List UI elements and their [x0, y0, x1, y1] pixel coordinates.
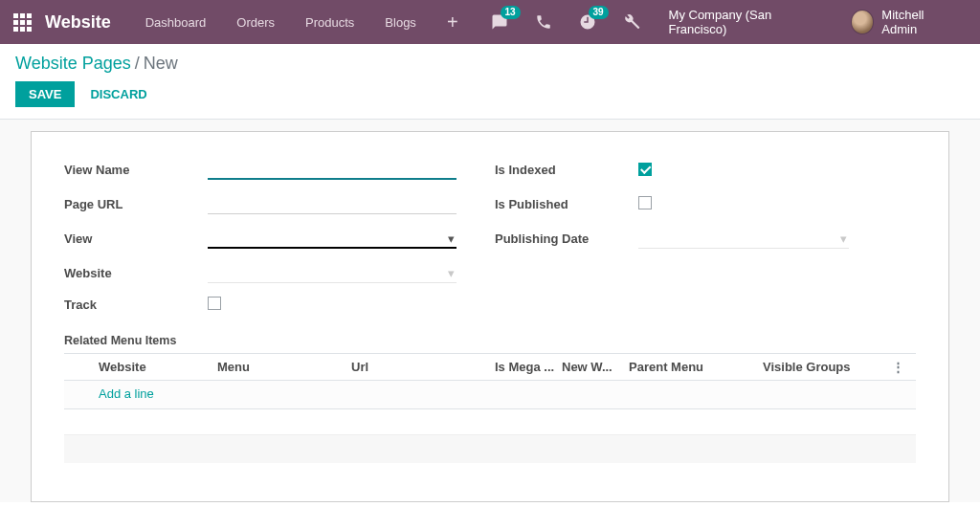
- col-mega[interactable]: Is Mega ...: [495, 360, 562, 374]
- nav-menu: Dashboard Orders Products Blogs +: [132, 0, 472, 44]
- label-track: Track: [64, 298, 208, 312]
- view-name-field[interactable]: [208, 159, 457, 180]
- nav-new-item[interactable]: +: [434, 0, 472, 44]
- form-grid: View Name Is Indexed Page URL Is Publish…: [64, 159, 916, 313]
- is-indexed-checkbox[interactable]: [638, 163, 652, 176]
- col-website[interactable]: Website: [64, 360, 217, 374]
- user-menu[interactable]: Mitchell Admin: [841, 8, 967, 36]
- col-menu[interactable]: Menu: [217, 360, 351, 374]
- save-button[interactable]: Save: [15, 81, 75, 107]
- control-panel: Website Pages / New Save Discard: [0, 44, 980, 120]
- form-buttons: Save Discard: [15, 81, 965, 107]
- discard-button[interactable]: Discard: [90, 87, 146, 101]
- messages-icon[interactable]: 13: [479, 0, 520, 44]
- col-url[interactable]: Url: [351, 360, 495, 374]
- kebab-icon[interactable]: ⋮: [887, 360, 916, 374]
- label-page-url: Page URL: [64, 197, 208, 211]
- user-name: Mitchell Admin: [881, 8, 957, 36]
- phone-icon[interactable]: [523, 0, 564, 44]
- company-selector[interactable]: My Company (San Francisco): [656, 8, 837, 36]
- col-neww[interactable]: New W...: [562, 360, 629, 374]
- publishing-date-field[interactable]: [638, 228, 849, 249]
- messages-badge: 13: [501, 6, 521, 19]
- activities-badge: 39: [589, 6, 609, 19]
- apps-menu-icon[interactable]: [13, 13, 32, 32]
- breadcrumb: Website Pages / New: [15, 54, 965, 74]
- section-related-menu: Related Menu Items: [64, 334, 916, 347]
- nav-dashboard[interactable]: Dashboard: [132, 0, 220, 44]
- breadcrumb-sep: /: [135, 54, 140, 74]
- sheet-background: View Name Is Indexed Page URL Is Publish…: [0, 120, 980, 502]
- debug-icon[interactable]: [612, 0, 652, 44]
- navbar: Website Dashboard Orders Products Blogs …: [0, 0, 980, 44]
- label-view: View: [64, 231, 208, 246]
- nav-blogs[interactable]: Blogs: [371, 0, 430, 44]
- nav-products[interactable]: Products: [292, 0, 368, 44]
- page-url-field[interactable]: [208, 193, 457, 214]
- avatar: [851, 10, 875, 34]
- label-website: Website: [64, 266, 208, 280]
- breadcrumb-root[interactable]: Website Pages: [15, 54, 131, 74]
- list-body: Add a line: [64, 381, 916, 409]
- view-field[interactable]: [208, 228, 457, 249]
- activities-icon[interactable]: 39: [568, 0, 608, 44]
- form-sheet: View Name Is Indexed Page URL Is Publish…: [31, 131, 949, 502]
- breadcrumb-current: New: [144, 54, 178, 74]
- label-view-name: View Name: [64, 163, 208, 177]
- label-publishing-date: Publishing Date: [495, 231, 638, 246]
- is-published-checkbox[interactable]: [638, 196, 652, 209]
- label-is-indexed: Is Indexed: [495, 163, 638, 177]
- list-footer: [64, 434, 916, 463]
- app-title[interactable]: Website: [45, 12, 111, 33]
- add-line-button[interactable]: Add a line: [64, 386, 916, 401]
- col-groups[interactable]: Visible Groups: [763, 360, 887, 374]
- col-parent[interactable]: Parent Menu: [629, 360, 763, 374]
- website-field[interactable]: [208, 262, 457, 283]
- list-header: Website Menu Url Is Mega ... New W... Pa…: [64, 353, 916, 381]
- nav-orders[interactable]: Orders: [223, 0, 288, 44]
- label-is-published: Is Published: [495, 197, 638, 211]
- track-checkbox[interactable]: [208, 297, 221, 310]
